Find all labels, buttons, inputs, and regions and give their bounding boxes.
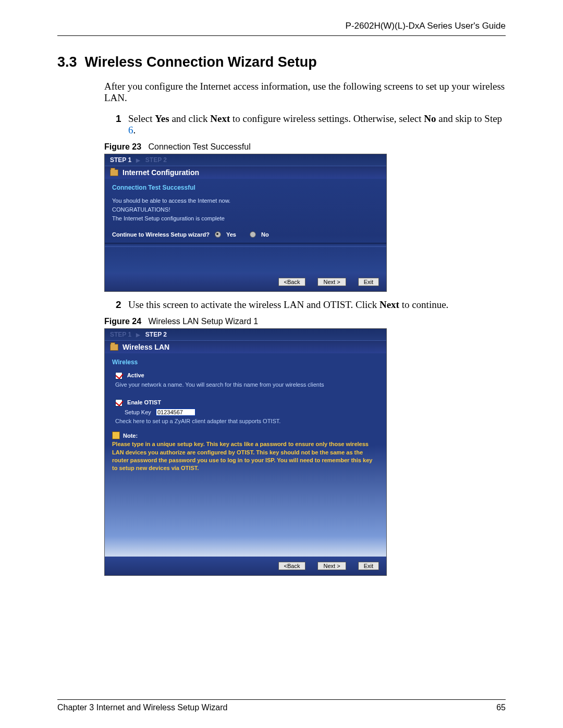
note-body: Please type in a unique setup key. This …	[112, 440, 379, 473]
otist-checkbox[interactable]	[115, 399, 123, 406]
step-separator-icon: ▶	[136, 157, 140, 163]
wizard-line-congrats: CONGRATULATIONS!	[112, 205, 379, 214]
doc-header: P-2602H(W)(L)-DxA Series User's Guide	[57, 21, 506, 36]
wizard-prompt: Continue to Wireless Setup wizard?	[112, 231, 210, 238]
page-footer: Chapter 3 Internet and Wireless Setup Wi…	[57, 699, 506, 712]
otist-description: Check here to set up a ZyAIR client adap…	[115, 418, 379, 424]
note-label: Note:	[123, 433, 138, 439]
footer-chapter: Chapter 3 Internet and Wireless Setup Wi…	[57, 703, 227, 712]
active-description: Give your network a name. You will searc…	[115, 381, 379, 388]
exit-button[interactable]: Exit	[358, 562, 379, 570]
step-tab-2: STEP 2	[145, 156, 167, 164]
back-button[interactable]: <Back	[278, 278, 306, 286]
wizard-title-bar: Wireless LAN	[105, 340, 386, 353]
radio-no-label: No	[261, 231, 269, 238]
intro-paragraph: After you configure the Internet access …	[104, 81, 506, 104]
active-label: Active	[127, 372, 144, 378]
wizard-subheading: Wireless	[112, 359, 379, 366]
section-number: 3.3	[57, 54, 77, 70]
wizard-line-3: The Internet Setup configuration is comp…	[112, 214, 379, 223]
wizard-subheading: Connection Test Successful	[112, 184, 379, 191]
wizard-wireless-lan: STEP 1 ▶ STEP 2 Wireless LAN Wireless Ac…	[104, 328, 387, 576]
wizard-panel-title: Wireless LAN	[123, 343, 169, 351]
instruction-step-2: 2 Use this screen to activate the wirele…	[116, 299, 506, 311]
wizard-steps-bar: STEP 1 ▶ STEP 2	[105, 154, 386, 166]
note-icon	[112, 431, 120, 439]
step-link-6[interactable]: 6	[128, 125, 133, 135]
step-separator-icon: ▶	[136, 332, 140, 338]
section-title-text: Wireless Connection Wizard Setup	[85, 54, 317, 70]
section-heading: 3.3 Wireless Connection Wizard Setup	[57, 54, 506, 70]
exit-button[interactable]: Exit	[358, 278, 379, 286]
figure-24-caption: Figure 24 Wireless LAN Setup Wizard 1	[104, 317, 506, 326]
step-tab-1: STEP 1	[110, 156, 131, 164]
wizard-footer: <Back Next > Exit	[105, 557, 386, 575]
next-button[interactable]: Next >	[317, 278, 346, 286]
step-number: 1	[116, 113, 123, 136]
radio-no[interactable]	[250, 231, 256, 238]
back-button[interactable]: <Back	[278, 562, 306, 570]
wizard-line-1: You should be able to access the Interne…	[112, 196, 379, 205]
wizard-steps-bar: STEP 1 ▶ STEP 2	[105, 329, 386, 340]
setup-key-input[interactable]	[156, 409, 195, 416]
otist-label: Enale OTIST	[127, 399, 161, 405]
active-checkbox[interactable]	[115, 372, 123, 379]
instruction-step-1: 1 Select Yes and click Next to configure…	[116, 113, 506, 136]
step-tab-2: STEP 2	[145, 331, 167, 338]
figure-23-caption: Figure 23 Connection Test Successful	[104, 142, 506, 152]
setup-key-label: Setup Key	[125, 409, 151, 415]
wizard-title-bar: Internet Configuration	[105, 166, 386, 179]
footer-page-number: 65	[496, 703, 506, 712]
wizard-footer: <Back Next > Exit	[105, 273, 386, 291]
wizard-connection-test: STEP 1 ▶ STEP 2 Internet Configuration C…	[104, 154, 387, 292]
wizard-panel-title: Internet Configuration	[123, 168, 199, 177]
wizard-divider	[105, 243, 386, 247]
step-number: 2	[116, 299, 123, 311]
radio-yes[interactable]	[215, 231, 221, 238]
step-tab-1: STEP 1	[110, 331, 131, 338]
folder-icon	[110, 169, 118, 176]
radio-yes-label: Yes	[226, 231, 236, 238]
folder-icon	[110, 344, 118, 351]
next-button[interactable]: Next >	[317, 562, 346, 570]
